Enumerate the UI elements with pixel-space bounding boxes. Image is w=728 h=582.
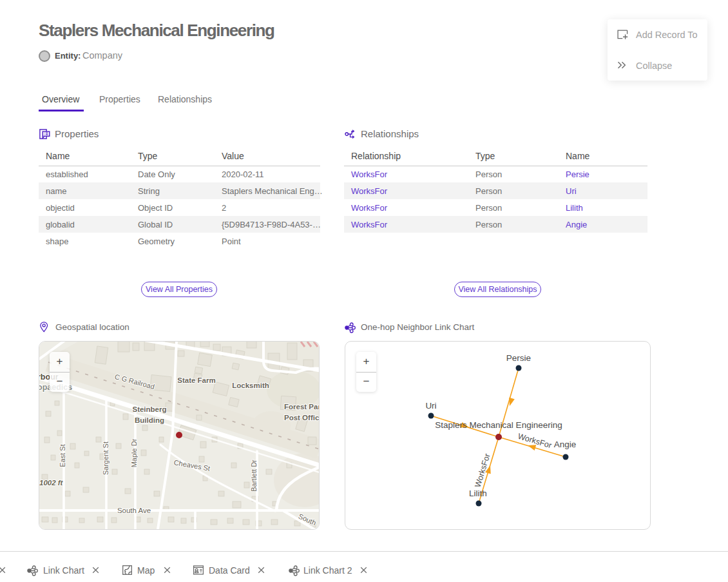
svg-text:Forest Par: Forest Par (284, 403, 319, 411)
svg-text:Bartlett Dr: Bartlett Dr (250, 460, 258, 492)
svg-text:Angie: Angie (554, 440, 577, 449)
svg-text:Maple Dr: Maple Dr (130, 438, 138, 467)
svg-text:State Farm: State Farm (177, 376, 215, 384)
svg-text:1002 ft: 1002 ft (39, 479, 64, 487)
svg-text:Locksmith: Locksmith (232, 382, 269, 389)
svg-text:Sargent St: Sargent St (102, 441, 110, 475)
svg-text:Lilith: Lilith (469, 489, 487, 498)
svg-text:East St: East St (59, 444, 66, 467)
svg-text:Staplers Mechanical Engineerin: Staplers Mechanical Engineering (435, 420, 562, 430)
svg-text:Building: Building (135, 416, 164, 424)
svg-text:Steinberg: Steinberg (132, 405, 166, 413)
svg-text:Post Offic: Post Offic (284, 414, 319, 422)
svg-text:South Ave: South Ave (117, 507, 151, 514)
svg-text:Persie: Persie (506, 353, 531, 363)
svg-text:Uri: Uri (425, 401, 436, 411)
